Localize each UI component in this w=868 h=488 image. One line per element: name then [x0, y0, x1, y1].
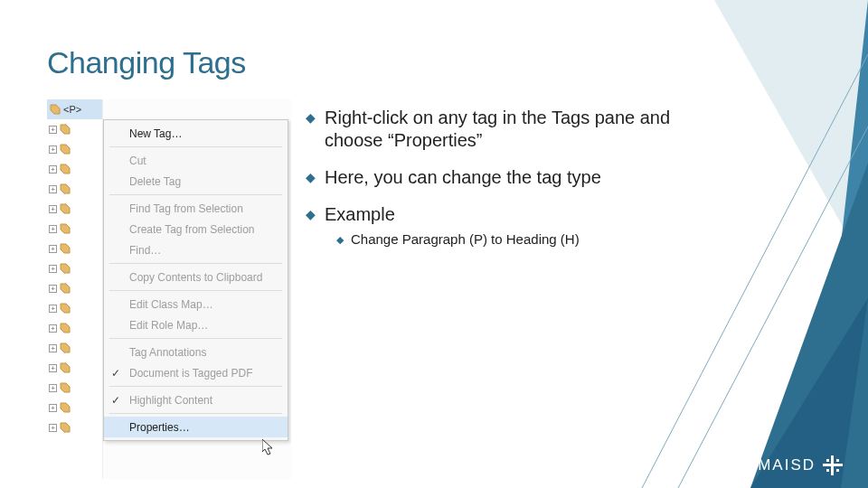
expand-icon[interactable]: +	[49, 126, 57, 134]
expand-icon[interactable]: +	[49, 384, 57, 392]
bullet-content: ◆ Right-click on any tag in the Tags pan…	[306, 107, 694, 247]
tree-row[interactable]: +	[47, 318, 102, 338]
tree-row[interactable]: +	[47, 358, 102, 378]
tree-label: <P>	[63, 104, 81, 115]
context-menu-separator	[109, 194, 282, 195]
bullet-text: Example	[325, 203, 395, 226]
context-menu-item: Find…	[104, 239, 288, 260]
context-menu-item: Create Tag from Selection	[104, 219, 288, 239]
context-menu-item[interactable]: Properties…	[104, 417, 288, 437]
context-menu-item: Find Tag from Selection	[104, 198, 288, 219]
svg-marker-15	[61, 284, 70, 293]
svg-marker-9	[61, 164, 70, 174]
tag-icon	[59, 282, 71, 295]
bullet-icon: ◆	[306, 110, 316, 152]
tree-row[interactable]: +	[47, 298, 102, 318]
tree-row[interactable]: +	[47, 378, 102, 398]
expand-icon[interactable]: +	[49, 404, 57, 412]
context-menu: New Tag…CutDelete TagFind Tag from Selec…	[103, 119, 288, 441]
tag-icon	[59, 242, 71, 255]
tag-icon	[59, 222, 71, 235]
expand-icon[interactable]: +	[49, 265, 57, 273]
expand-icon[interactable]: +	[49, 364, 57, 372]
tag-icon	[59, 262, 71, 275]
tree-row[interactable]: +	[47, 278, 102, 298]
svg-marker-0	[714, 0, 868, 271]
svg-marker-22	[61, 423, 70, 432]
tree-row[interactable]: +	[47, 159, 102, 179]
logo: MAISD	[758, 455, 843, 475]
tag-icon	[59, 183, 71, 195]
context-menu-item[interactable]: New Tag…	[104, 123, 288, 144]
svg-marker-14	[61, 264, 70, 273]
expand-icon[interactable]: +	[49, 145, 57, 154]
svg-marker-23	[262, 439, 272, 455]
svg-marker-16	[61, 304, 70, 313]
expand-icon[interactable]: +	[49, 305, 57, 313]
tag-icon	[59, 143, 71, 155]
svg-marker-13	[61, 244, 70, 253]
sub-bullet-text: Change Paragraph (P) to Heading (H)	[351, 231, 580, 247]
expand-icon[interactable]: +	[49, 424, 57, 432]
svg-marker-21	[61, 403, 70, 412]
tag-icon	[59, 322, 71, 334]
context-menu-item: Highlight Content	[104, 389, 288, 410]
context-menu-item: Delete Tag	[104, 171, 288, 192]
bullet-icon: ◆	[306, 207, 316, 226]
slide-title: Changing Tags	[47, 45, 246, 80]
expand-icon[interactable]: +	[49, 185, 57, 193]
context-menu-separator	[109, 146, 282, 147]
context-menu-item: Edit Class Map…	[104, 294, 288, 314]
tree-row[interactable]: +	[47, 338, 102, 358]
bullet-text: Here, you can change the tag type	[325, 166, 601, 189]
tag-icon	[59, 302, 71, 314]
svg-marker-20	[61, 383, 70, 392]
tree-row[interactable]: +	[47, 418, 102, 437]
tag-icon	[59, 342, 71, 354]
expand-icon[interactable]: +	[49, 245, 57, 253]
tree-row[interactable]: +	[47, 119, 102, 139]
expand-icon[interactable]: +	[49, 285, 57, 293]
context-menu-item: Document is Tagged PDF	[104, 362, 288, 383]
tree-row[interactable]: +	[47, 239, 102, 258]
bullet-2: ◆ Here, you can change the tag type	[306, 166, 694, 189]
context-menu-separator	[109, 263, 282, 264]
svg-line-5	[678, 127, 868, 488]
bullet-text: Right-click on any tag in the Tags pane …	[325, 107, 694, 152]
context-menu-item: Copy Contents to Clipboard	[104, 267, 288, 287]
expand-icon[interactable]: +	[49, 344, 57, 352]
tree-row[interactable]: +	[47, 258, 102, 278]
logo-text: MAISD	[758, 456, 816, 474]
tree-row[interactable]: +	[47, 219, 102, 239]
tag-icon	[49, 103, 61, 116]
context-menu-separator	[109, 290, 282, 291]
tag-icon	[59, 381, 71, 394]
bullet-icon: ◆	[306, 170, 316, 189]
svg-marker-19	[61, 363, 70, 372]
tag-icon	[59, 401, 71, 414]
tree-row[interactable]: +	[47, 179, 102, 199]
tree-row[interactable]: +	[47, 139, 102, 159]
expand-icon[interactable]: +	[49, 205, 57, 213]
tag-icon	[59, 202, 71, 215]
expand-icon[interactable]: +	[49, 165, 57, 174]
screenshot-panel: <P> // no-op placeholder so structure be…	[47, 99, 291, 479]
svg-marker-7	[61, 125, 70, 134]
context-menu-separator	[109, 338, 282, 339]
tree-row-selected[interactable]: <P>	[47, 99, 102, 119]
expand-icon[interactable]: +	[49, 225, 57, 233]
cursor-icon	[262, 439, 275, 455]
bullet-icon: ◆	[336, 234, 344, 247]
tag-icon	[59, 421, 71, 434]
bullet-1: ◆ Right-click on any tag in the Tags pan…	[306, 107, 694, 152]
sub-bullet-1: ◆ Change Paragraph (P) to Heading (H)	[336, 231, 694, 247]
logo-mark-icon	[823, 455, 843, 475]
svg-marker-12	[61, 224, 70, 233]
tree-row[interactable]: +	[47, 199, 102, 219]
svg-marker-17	[61, 324, 70, 333]
context-menu-item: Edit Role Map…	[104, 314, 288, 335]
tree-row[interactable]: +	[47, 398, 102, 418]
tags-tree: <P> // no-op placeholder so structure be…	[47, 99, 103, 479]
expand-icon[interactable]: +	[49, 324, 57, 333]
tag-icon	[59, 163, 71, 175]
